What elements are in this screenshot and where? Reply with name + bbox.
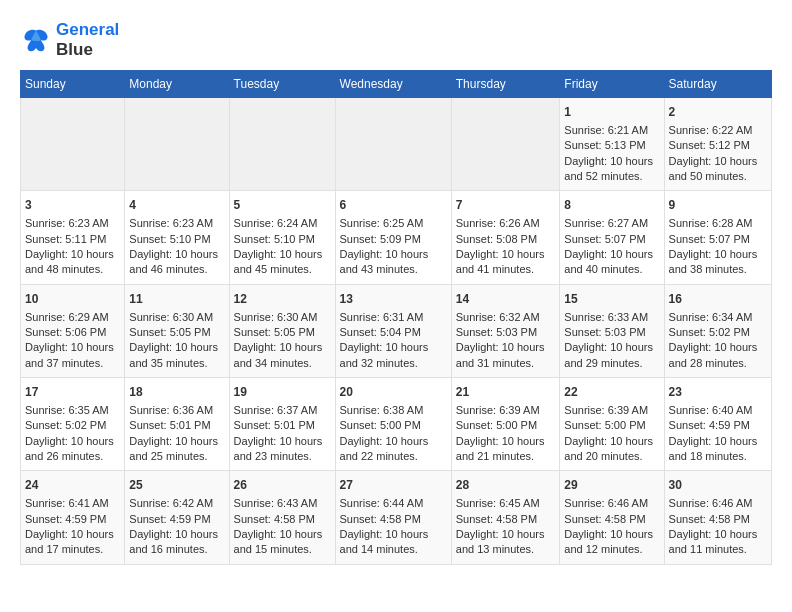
day-info: Daylight: 10 hours and 41 minutes. (456, 247, 556, 278)
day-number: 1 (564, 104, 659, 121)
day-info: Sunset: 5:07 PM (564, 232, 659, 247)
day-info: Daylight: 10 hours and 20 minutes. (564, 434, 659, 465)
day-info: Sunset: 5:02 PM (25, 418, 120, 433)
calendar-week-2: 3Sunrise: 6:23 AMSunset: 5:11 PMDaylight… (21, 191, 772, 284)
day-info: Sunset: 5:12 PM (669, 138, 767, 153)
day-number: 18 (129, 384, 224, 401)
calendar-cell: 5Sunrise: 6:24 AMSunset: 5:10 PMDaylight… (229, 191, 335, 284)
day-info: Daylight: 10 hours and 37 minutes. (25, 340, 120, 371)
day-info: Sunset: 5:00 PM (564, 418, 659, 433)
day-info: Sunset: 5:13 PM (564, 138, 659, 153)
day-info: Sunset: 5:00 PM (456, 418, 556, 433)
calendar-cell: 20Sunrise: 6:38 AMSunset: 5:00 PMDayligh… (335, 378, 451, 471)
day-number: 28 (456, 477, 556, 494)
weekday-header-thursday: Thursday (451, 71, 560, 98)
weekday-header-tuesday: Tuesday (229, 71, 335, 98)
day-number: 24 (25, 477, 120, 494)
day-number: 22 (564, 384, 659, 401)
calendar-week-1: 1Sunrise: 6:21 AMSunset: 5:13 PMDaylight… (21, 98, 772, 191)
day-info: Daylight: 10 hours and 18 minutes. (669, 434, 767, 465)
day-info: Sunrise: 6:30 AM (129, 310, 224, 325)
day-info: Daylight: 10 hours and 31 minutes. (456, 340, 556, 371)
day-info: Daylight: 10 hours and 32 minutes. (340, 340, 447, 371)
calendar-cell: 23Sunrise: 6:40 AMSunset: 4:59 PMDayligh… (664, 378, 771, 471)
day-info: Daylight: 10 hours and 29 minutes. (564, 340, 659, 371)
day-info: Daylight: 10 hours and 46 minutes. (129, 247, 224, 278)
calendar-cell: 9Sunrise: 6:28 AMSunset: 5:07 PMDaylight… (664, 191, 771, 284)
calendar-cell: 21Sunrise: 6:39 AMSunset: 5:00 PMDayligh… (451, 378, 560, 471)
day-info: Sunset: 5:01 PM (129, 418, 224, 433)
day-info: Sunset: 4:58 PM (340, 512, 447, 527)
logo-text: General Blue (56, 20, 119, 60)
day-info: Sunrise: 6:23 AM (25, 216, 120, 231)
day-info: Sunrise: 6:44 AM (340, 496, 447, 511)
day-info: Daylight: 10 hours and 25 minutes. (129, 434, 224, 465)
day-info: Sunset: 5:06 PM (25, 325, 120, 340)
day-info: Sunrise: 6:42 AM (129, 496, 224, 511)
day-info: Sunset: 4:58 PM (456, 512, 556, 527)
day-info: Sunset: 5:02 PM (669, 325, 767, 340)
day-info: Daylight: 10 hours and 21 minutes. (456, 434, 556, 465)
calendar-cell (451, 98, 560, 191)
day-info: Sunrise: 6:23 AM (129, 216, 224, 231)
day-number: 14 (456, 291, 556, 308)
day-number: 3 (25, 197, 120, 214)
calendar-cell: 29Sunrise: 6:46 AMSunset: 4:58 PMDayligh… (560, 471, 664, 564)
calendar-cell: 13Sunrise: 6:31 AMSunset: 5:04 PMDayligh… (335, 284, 451, 377)
calendar-cell: 28Sunrise: 6:45 AMSunset: 4:58 PMDayligh… (451, 471, 560, 564)
calendar-cell: 11Sunrise: 6:30 AMSunset: 5:05 PMDayligh… (125, 284, 229, 377)
day-info: Sunrise: 6:46 AM (669, 496, 767, 511)
day-info: Daylight: 10 hours and 12 minutes. (564, 527, 659, 558)
day-info: Sunset: 4:59 PM (129, 512, 224, 527)
calendar-cell: 22Sunrise: 6:39 AMSunset: 5:00 PMDayligh… (560, 378, 664, 471)
day-info: Sunset: 5:05 PM (234, 325, 331, 340)
calendar-body: 1Sunrise: 6:21 AMSunset: 5:13 PMDaylight… (21, 98, 772, 565)
day-number: 5 (234, 197, 331, 214)
calendar-cell (21, 98, 125, 191)
day-number: 27 (340, 477, 447, 494)
day-info: Sunset: 5:05 PM (129, 325, 224, 340)
day-number: 30 (669, 477, 767, 494)
day-info: Sunset: 4:58 PM (669, 512, 767, 527)
calendar-header: SundayMondayTuesdayWednesdayThursdayFrid… (21, 71, 772, 98)
calendar-cell: 8Sunrise: 6:27 AMSunset: 5:07 PMDaylight… (560, 191, 664, 284)
day-info: Daylight: 10 hours and 17 minutes. (25, 527, 120, 558)
calendar-cell: 1Sunrise: 6:21 AMSunset: 5:13 PMDaylight… (560, 98, 664, 191)
day-number: 29 (564, 477, 659, 494)
day-info: Daylight: 10 hours and 34 minutes. (234, 340, 331, 371)
day-info: Sunrise: 6:45 AM (456, 496, 556, 511)
day-info: Sunset: 5:08 PM (456, 232, 556, 247)
calendar-cell: 19Sunrise: 6:37 AMSunset: 5:01 PMDayligh… (229, 378, 335, 471)
calendar-cell: 30Sunrise: 6:46 AMSunset: 4:58 PMDayligh… (664, 471, 771, 564)
calendar-cell: 2Sunrise: 6:22 AMSunset: 5:12 PMDaylight… (664, 98, 771, 191)
calendar-week-5: 24Sunrise: 6:41 AMSunset: 4:59 PMDayligh… (21, 471, 772, 564)
day-info: Daylight: 10 hours and 35 minutes. (129, 340, 224, 371)
day-number: 11 (129, 291, 224, 308)
calendar-cell: 24Sunrise: 6:41 AMSunset: 4:59 PMDayligh… (21, 471, 125, 564)
calendar-cell: 27Sunrise: 6:44 AMSunset: 4:58 PMDayligh… (335, 471, 451, 564)
day-number: 4 (129, 197, 224, 214)
day-info: Daylight: 10 hours and 26 minutes. (25, 434, 120, 465)
day-info: Sunrise: 6:26 AM (456, 216, 556, 231)
day-info: Sunset: 4:59 PM (25, 512, 120, 527)
weekday-header-saturday: Saturday (664, 71, 771, 98)
day-number: 2 (669, 104, 767, 121)
day-number: 17 (25, 384, 120, 401)
page-header: General Blue (20, 20, 772, 60)
day-info: Sunrise: 6:39 AM (564, 403, 659, 418)
day-info: Sunrise: 6:37 AM (234, 403, 331, 418)
day-info: Daylight: 10 hours and 15 minutes. (234, 527, 331, 558)
day-info: Daylight: 10 hours and 16 minutes. (129, 527, 224, 558)
day-info: Daylight: 10 hours and 43 minutes. (340, 247, 447, 278)
day-info: Sunrise: 6:32 AM (456, 310, 556, 325)
day-info: Sunset: 5:11 PM (25, 232, 120, 247)
calendar-cell: 25Sunrise: 6:42 AMSunset: 4:59 PMDayligh… (125, 471, 229, 564)
day-number: 25 (129, 477, 224, 494)
day-number: 9 (669, 197, 767, 214)
day-number: 12 (234, 291, 331, 308)
calendar-cell: 18Sunrise: 6:36 AMSunset: 5:01 PMDayligh… (125, 378, 229, 471)
day-info: Sunrise: 6:21 AM (564, 123, 659, 138)
weekday-header-friday: Friday (560, 71, 664, 98)
day-info: Sunset: 5:07 PM (669, 232, 767, 247)
day-info: Sunset: 5:04 PM (340, 325, 447, 340)
